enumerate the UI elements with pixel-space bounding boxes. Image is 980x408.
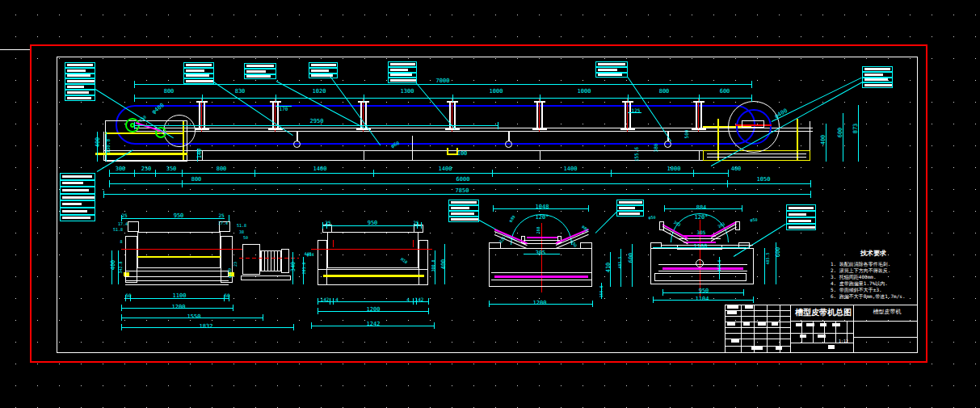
callout-row — [786, 211, 816, 217]
dim-tick — [275, 95, 276, 102]
technical-notes-title: 技术要求 — [831, 249, 916, 258]
callout-text-blob — [864, 84, 892, 86]
dim-label: 380 — [654, 144, 658, 153]
callout-row — [60, 180, 95, 187]
dim-tick — [493, 205, 494, 212]
dim-tick — [318, 308, 318, 314]
drawing-line — [692, 128, 706, 130]
dim-tick — [810, 180, 811, 187]
dim-tick — [611, 170, 612, 177]
callout-text-blob — [246, 65, 274, 67]
title-block-text-blob — [800, 334, 806, 338]
dim-tick — [727, 180, 728, 187]
dim-tick — [311, 322, 312, 329]
title-block-text-blob — [772, 322, 778, 326]
dim-tick — [109, 180, 110, 187]
callout-row — [60, 194, 95, 201]
dim-label: 600 — [720, 89, 730, 95]
title-block-main-title: 槽型皮带机总图 — [793, 307, 853, 318]
drawing-line — [658, 264, 747, 265]
callout-row — [862, 72, 893, 78]
dim-label: 7000 — [436, 78, 450, 84]
callout-row — [309, 68, 338, 74]
dim-label: 500 — [684, 130, 689, 139]
dim-label: 600 — [838, 128, 843, 138]
dim-tick — [413, 298, 414, 305]
dim-tick — [109, 170, 110, 177]
dim-label: 330.8 — [106, 139, 111, 154]
technical-note-line: 3. 托辊间距400mm. — [831, 274, 916, 280]
dim-label: 950 — [174, 213, 184, 219]
dim-label: 1050 — [757, 177, 771, 183]
callout-text-blob — [451, 207, 469, 209]
dim-label: 1300 — [401, 89, 414, 95]
technical-notes: 技术要求 1. 装配前清除各零件毛刺. 2. 滚筒上下方向不得装反. 3. 托辊… — [831, 249, 916, 300]
drawing-line — [318, 267, 318, 285]
callout-stack — [183, 62, 214, 84]
dim-label: 1048 — [536, 204, 549, 210]
idler-stand — [272, 103, 274, 128]
dim-label: 1832 — [200, 324, 213, 330]
dim-label: 51.8 — [113, 228, 123, 232]
dim-tick — [182, 180, 183, 187]
callout-row — [65, 84, 95, 90]
callout-stack — [862, 66, 893, 88]
callout-row — [65, 90, 95, 95]
callout-row — [786, 204, 816, 211]
dim-tick — [373, 170, 374, 177]
drawing-line — [662, 267, 743, 270]
dim-label: 125 — [632, 108, 641, 113]
cad-drawing-canvas[interactable]: 7000800830102013001000100080060029501701… — [0, 0, 980, 408]
callout-text-blob — [62, 210, 87, 212]
callout-row — [244, 63, 276, 69]
title-block-text-blob — [751, 346, 763, 350]
callout-row — [65, 68, 95, 74]
drawing-line — [707, 154, 806, 154]
dim-label: 1400 — [313, 166, 327, 172]
callout-text-blob — [598, 69, 617, 71]
callout-text-blob — [390, 63, 415, 65]
callout-row — [65, 95, 95, 101]
dim-tick — [103, 191, 104, 198]
drawing-line — [427, 267, 428, 285]
dim-label: 400 — [821, 135, 826, 145]
callout-text-blob — [186, 69, 204, 72]
dim-label: 300 — [116, 166, 126, 172]
title-block-text-blob — [796, 323, 802, 326]
callout-text-blob — [864, 74, 883, 76]
dim-tick — [121, 305, 122, 311]
dim-label: 1200 — [533, 301, 547, 306]
dim-tick — [492, 170, 493, 177]
callout-row — [60, 173, 95, 180]
head-pulley-arc — [163, 115, 196, 147]
drawing-line — [311, 249, 432, 250]
drawing-line — [790, 305, 791, 353]
drawing-shape — [735, 221, 740, 230]
callout-row — [244, 74, 276, 80]
dim-tick — [134, 81, 135, 88]
drawing-line — [121, 249, 242, 250]
dim-tick — [134, 95, 135, 102]
callout-row — [862, 66, 893, 72]
dim-label: 340 — [291, 262, 297, 272]
callout-text-blob — [311, 69, 329, 72]
dim-label: 120° — [536, 215, 549, 221]
dim-label: 305 — [536, 250, 546, 256]
dim-label: 600 — [629, 253, 634, 263]
drawing-line — [790, 321, 853, 322]
drawing-line — [318, 284, 428, 285]
callout-row — [60, 208, 95, 215]
dim-tick — [664, 205, 665, 212]
dim-label: 7850 — [456, 188, 469, 194]
drawing-line — [413, 240, 414, 247]
title-block-text-blob — [727, 311, 737, 314]
dim-tick — [751, 95, 752, 102]
dim-label: φ139 — [228, 268, 232, 278]
paper-edge-mark — [0, 49, 30, 50]
drawing-line — [125, 280, 229, 281]
callout-stack — [60, 173, 95, 221]
dim-label: 1000 — [490, 89, 503, 95]
callout-row — [786, 224, 816, 230]
callout-row — [448, 217, 479, 222]
idler-stand-centerline — [698, 99, 699, 132]
